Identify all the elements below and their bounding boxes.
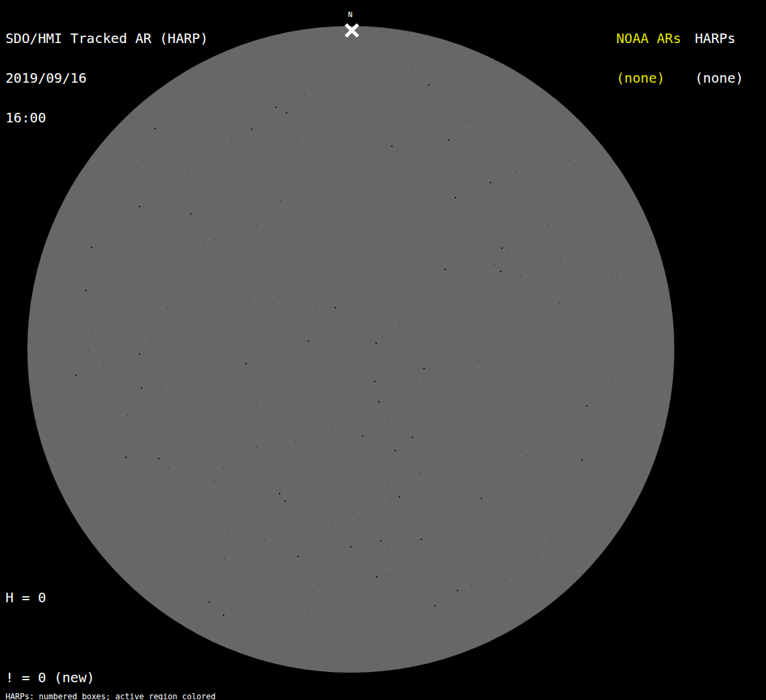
noaa-ars-value: (none) — [616, 72, 681, 85]
footer-note: HARPs: numbered boxes; active region col… — [5, 677, 282, 700]
north-pole-label: N — [343, 10, 357, 19]
plot-time: 16:00 — [5, 111, 208, 124]
harp-full-disk-plot: N SDO/HMI Tracked AR (HARP) 2019/09/16 1… — [0, 0, 766, 700]
plot-date: 2019/09/16 — [5, 72, 208, 85]
noaa-ars-column: NOAA ARs (none) — [616, 6, 681, 111]
harps-column: HARPs (none) — [695, 6, 743, 111]
north-pole-cross-icon — [345, 23, 358, 37]
harp-count-line: H = 0 — [5, 591, 159, 604]
harps-value: (none) — [695, 72, 743, 85]
noaa-ars-label: NOAA ARs — [616, 32, 681, 45]
plot-title: SDO/HMI Tracked AR (HARP) — [5, 32, 208, 45]
footer-line-harps: HARPs: numbered boxes; active region col… — [5, 693, 282, 700]
harps-label: HARPs — [695, 32, 743, 45]
plot-header: SDO/HMI Tracked AR (HARP) 2019/09/16 16:… — [5, 6, 208, 150]
